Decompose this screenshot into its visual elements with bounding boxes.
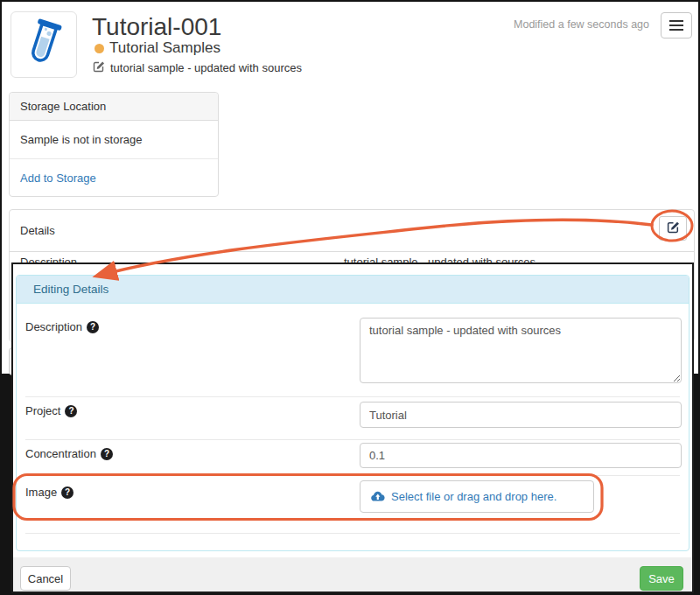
concentration-field-label: Concentration ? (25, 447, 113, 460)
storage-panel-title: Storage Location (10, 93, 218, 121)
question-circle-icon[interactable]: ? (65, 405, 77, 417)
save-button[interactable]: Save (640, 566, 683, 591)
sample-type-dot (94, 44, 104, 53)
image-field-label: Image ? (25, 486, 74, 499)
dialog-title: Editing Details (17, 276, 689, 304)
file-dropzone[interactable]: Select file or drag and drop here. (360, 480, 594, 513)
edit-details-button[interactable] (659, 216, 687, 241)
concentration-input[interactable] (360, 443, 682, 468)
actions-menu-button[interactable] (661, 12, 692, 38)
project-input[interactable] (360, 402, 682, 428)
page-title: Tutorial-001 (92, 13, 221, 41)
storage-status-text: Sample is not in storage (10, 121, 218, 159)
question-circle-icon[interactable]: ? (61, 486, 74, 499)
question-circle-icon[interactable]: ? (87, 321, 99, 333)
modified-timestamp: Modified a few seconds ago (514, 18, 649, 31)
editing-details-dialog: Editing Details Description ? tutorial s… (11, 262, 694, 593)
test-tube-icon (17, 16, 71, 74)
description-textarea[interactable]: tutorial sample - updated with sources (360, 318, 682, 383)
storage-location-panel: Storage Location Sample is not in storag… (9, 92, 219, 197)
field-divider (25, 439, 680, 440)
dialog-footer: Cancel Save (13, 557, 692, 592)
sample-type-label: Tutorial Samples (109, 39, 220, 57)
pencil-square-icon (667, 220, 680, 236)
header-description-text: tutorial sample - updated with sources (110, 61, 302, 74)
screenshot-canvas: Tutorial-001 Tutorial Samples tutorial s… (0, 0, 700, 595)
dropzone-text: Select file or drag and drop here. (391, 490, 556, 503)
sample-avatar (10, 11, 77, 78)
question-circle-icon[interactable]: ? (101, 448, 113, 460)
project-field-label: Project ? (25, 404, 77, 417)
dialog-panel: Editing Details Description ? tutorial s… (16, 275, 690, 551)
description-field-label: Description ? (25, 320, 99, 333)
header-description: tutorial sample - updated with sources (93, 60, 302, 75)
cloud-upload-icon (371, 490, 385, 504)
field-divider (25, 396, 680, 397)
field-divider (25, 475, 680, 476)
pencil-square-icon (93, 60, 105, 75)
field-divider (25, 533, 680, 534)
details-panel-title: Details (20, 224, 55, 237)
add-to-storage-link[interactable]: Add to Storage (20, 172, 96, 185)
cancel-button[interactable]: Cancel (20, 566, 71, 591)
